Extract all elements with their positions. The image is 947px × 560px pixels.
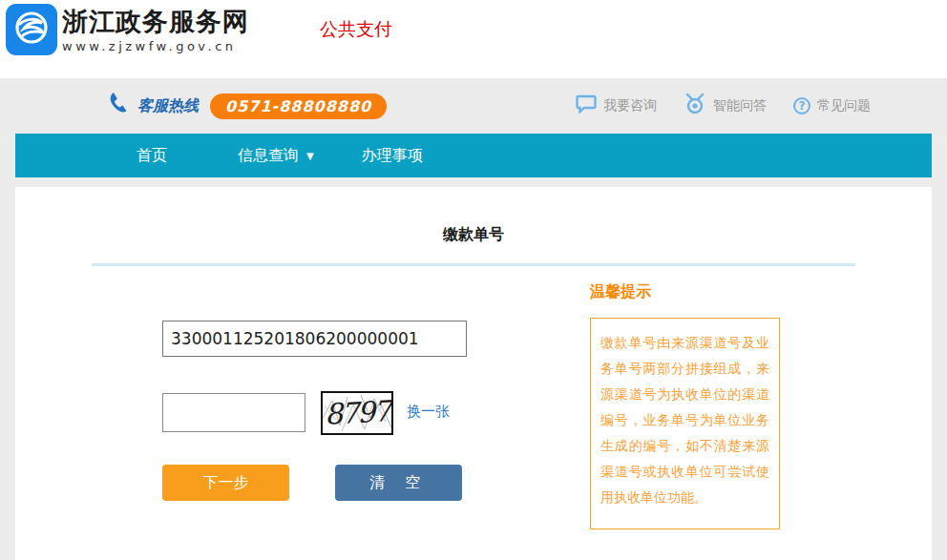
nav-home-label: 首页 — [137, 146, 167, 166]
title-divider — [92, 263, 855, 266]
brand-title: 浙江政务服务网 — [62, 8, 249, 36]
next-step-button[interactable]: 下一步 — [162, 465, 289, 501]
hotline-label: 客服热线 — [137, 96, 199, 116]
nav-info-query-label: 信息查询 — [238, 146, 299, 166]
robot-icon — [684, 93, 706, 118]
site-header: 浙江政务服务网 www.zjzwfw.gov.cn 公共支付 — [0, 0, 947, 78]
main-nav: 首页 信息查询 ▼ 办理事项 — [15, 134, 932, 177]
consult-link-label: 我要咨询 — [603, 97, 657, 114]
hotline-number: 0571-88808880 — [210, 93, 387, 119]
tips-heading: 温馨提示 — [590, 282, 651, 302]
chevron-down-icon: ▼ — [306, 151, 314, 161]
logo-swirl-icon — [11, 7, 53, 52]
smart-qa-link-label: 智能问答 — [713, 97, 767, 114]
captcha-image[interactable]: 8797 — [321, 391, 393, 435]
tips-body: 缴款单号由来源渠道号及业务单号两部分拼接组成，来源渠道号为执收单位的渠道编号，业… — [600, 335, 769, 505]
consult-link[interactable]: 我要咨询 — [576, 94, 657, 117]
faq-link[interactable]: ? 常见问题 — [793, 97, 871, 114]
smart-qa-link[interactable]: 智能问答 — [684, 93, 767, 118]
captcha-refresh-link[interactable]: 换一张 — [407, 403, 450, 421]
nav-handle-matters-label: 办理事项 — [362, 146, 423, 166]
site-logo[interactable] — [6, 4, 57, 55]
nav-item-info-query[interactable]: 信息查询 ▼ — [238, 146, 314, 166]
info-bar: 客服热线 0571-88808880 我要咨询 智能问答 ? 常见 — [0, 78, 947, 134]
captcha-text: 8797 — [324, 394, 391, 431]
brand-block: 浙江政务服务网 www.zjzwfw.gov.cn — [62, 8, 249, 53]
captcha-input[interactable] — [162, 393, 305, 432]
question-circle-icon: ? — [793, 97, 810, 114]
clear-button[interactable]: 清 空 — [335, 465, 462, 501]
page-label: 公共支付 — [320, 17, 392, 42]
tips-box: 缴款单号由来源渠道号及业务单号两部分拼接组成，来源渠道号为执收单位的渠道编号，业… — [590, 318, 780, 529]
bill-number-input[interactable] — [162, 321, 467, 357]
content-panel: 缴款单号 8797 换一张 下一步 清 空 温馨提示 缴款单号由来源渠道号及业务… — [15, 187, 932, 560]
hotline-group: 客服热线 0571-88808880 — [107, 92, 387, 120]
brand-url: www.zjzwfw.gov.cn — [62, 39, 249, 53]
quick-links: 我要咨询 智能问答 ? 常见问题 — [576, 93, 871, 118]
nav-item-home[interactable]: 首页 — [137, 146, 167, 166]
phone-icon — [107, 92, 130, 120]
page-title: 缴款单号 — [15, 225, 932, 245]
faq-link-label: 常见问题 — [817, 97, 871, 114]
chat-bubble-icon — [576, 94, 597, 117]
nav-item-handle-matters[interactable]: 办理事项 — [362, 146, 423, 166]
